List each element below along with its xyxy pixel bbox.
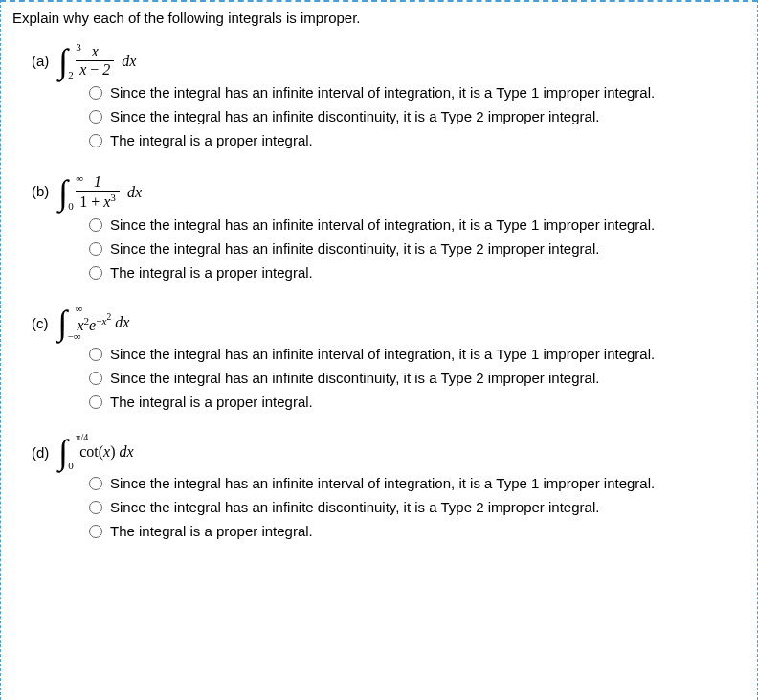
option-text: The integral is a proper integral.: [110, 523, 313, 539]
label-b: (b): [32, 183, 49, 199]
option-b1[interactable]: Since the integral has an infinite inter…: [89, 216, 746, 233]
denominator: 1 + x3: [76, 191, 120, 211]
option-text: Since the integral has an infinite inter…: [110, 475, 655, 491]
question-a: (a) ∫ 3 2 x x − 2 dx: [32, 43, 746, 79]
radio-icon[interactable]: [89, 242, 102, 256]
options-b: Since the integral has an infinite inter…: [89, 216, 746, 281]
integral-c: ∫ ∞ −∞ x2e−x2 dx: [58, 305, 130, 340]
lower-limit: 2: [68, 70, 74, 80]
differential: dx: [127, 184, 142, 201]
options-a: Since the integral has an infinite inter…: [89, 84, 746, 148]
option-text: Since the integral has an infinite inter…: [110, 216, 655, 233]
numerator: 1: [90, 173, 105, 191]
upper-limit: ∞: [76, 304, 83, 314]
option-text: Since the integral has an infinite disco…: [110, 370, 599, 386]
radio-icon[interactable]: [89, 266, 102, 280]
denominator: x − 2: [76, 60, 114, 79]
differential: dx: [120, 443, 134, 461]
option-c2[interactable]: Since the integral has an infinite disco…: [89, 370, 746, 386]
radio-icon[interactable]: [89, 86, 102, 100]
option-text: Since the integral has an infinite disco…: [110, 108, 599, 124]
question-c: (c) ∫ ∞ −∞ x2e−x2 dx: [32, 305, 746, 340]
upper-limit: 3: [76, 42, 81, 53]
radio-icon[interactable]: [89, 477, 102, 490]
option-a1[interactable]: Since the integral has an infinite inter…: [89, 84, 746, 101]
integral-sign-icon: ∫ π/4 0: [58, 435, 68, 469]
radio-icon[interactable]: [89, 348, 102, 361]
options-c: Since the integral has an infinite inter…: [89, 346, 746, 410]
question-prompt: Explain why each of the following integr…: [12, 10, 746, 26]
question-b: (b) ∫ ∞ 0 1 1 + x3 dx: [32, 173, 746, 211]
differential: dx: [122, 53, 136, 70]
option-b2[interactable]: Since the integral has an infinite disco…: [89, 240, 746, 257]
integral-sign-icon: ∫ ∞ −∞: [58, 305, 68, 340]
lower-limit: 0: [68, 201, 74, 212]
lower-limit: −∞: [68, 331, 81, 342]
option-c1[interactable]: Since the integral has an infinite inter…: [89, 346, 746, 362]
option-text: Since the integral has an infinite disco…: [110, 499, 599, 515]
upper-limit: ∞: [76, 173, 83, 184]
differential: dx: [115, 314, 129, 331]
integral-sign-icon: ∫ 3 2: [58, 44, 68, 79]
option-b3[interactable]: The integral is a proper integral.: [89, 264, 746, 281]
option-text: Since the integral has an infinite inter…: [110, 346, 655, 362]
radio-icon[interactable]: [89, 372, 102, 385]
integrand: cot(x): [79, 443, 115, 461]
option-c3[interactable]: The integral is a proper integral.: [89, 394, 746, 410]
radio-icon[interactable]: [89, 395, 102, 409]
radio-icon[interactable]: [89, 525, 102, 538]
label-d: (d): [32, 444, 49, 461]
option-a3[interactable]: The integral is a proper integral.: [89, 132, 746, 148]
option-d2[interactable]: Since the integral has an infinite disco…: [89, 499, 746, 515]
radio-icon[interactable]: [89, 110, 102, 124]
option-text: The integral is a proper integral.: [110, 132, 313, 148]
option-text: The integral is a proper integral.: [110, 264, 313, 281]
options-d: Since the integral has an infinite inter…: [89, 475, 746, 539]
question-d: (d) ∫ π/4 0 cot(x) dx: [32, 435, 746, 469]
label-a: (a): [32, 53, 49, 69]
integral-sign-icon: ∫ ∞ 0: [58, 175, 68, 210]
radio-icon[interactable]: [89, 218, 102, 232]
integrand: x2e−x2: [77, 312, 111, 334]
radio-icon[interactable]: [89, 134, 102, 147]
integral-b: ∫ ∞ 0 1 1 + x3 dx: [58, 173, 142, 211]
integral-d: ∫ π/4 0 cot(x) dx: [58, 435, 133, 469]
option-d1[interactable]: Since the integral has an infinite inter…: [89, 475, 746, 491]
fraction: x x − 2: [76, 43, 114, 79]
upper-limit: π/4: [76, 433, 88, 442]
integral-a: ∫ 3 2 x x − 2 dx: [58, 43, 136, 79]
numerator: x: [88, 43, 102, 60]
lower-limit: 0: [68, 461, 74, 471]
option-text: Since the integral has an infinite disco…: [110, 240, 599, 257]
radio-icon[interactable]: [89, 501, 102, 514]
option-text: The integral is a proper integral.: [110, 394, 313, 410]
option-d3[interactable]: The integral is a proper integral.: [89, 523, 746, 539]
option-text: Since the integral has an infinite inter…: [110, 84, 655, 101]
label-c: (c): [32, 315, 49, 331]
option-a2[interactable]: Since the integral has an infinite disco…: [89, 108, 746, 124]
